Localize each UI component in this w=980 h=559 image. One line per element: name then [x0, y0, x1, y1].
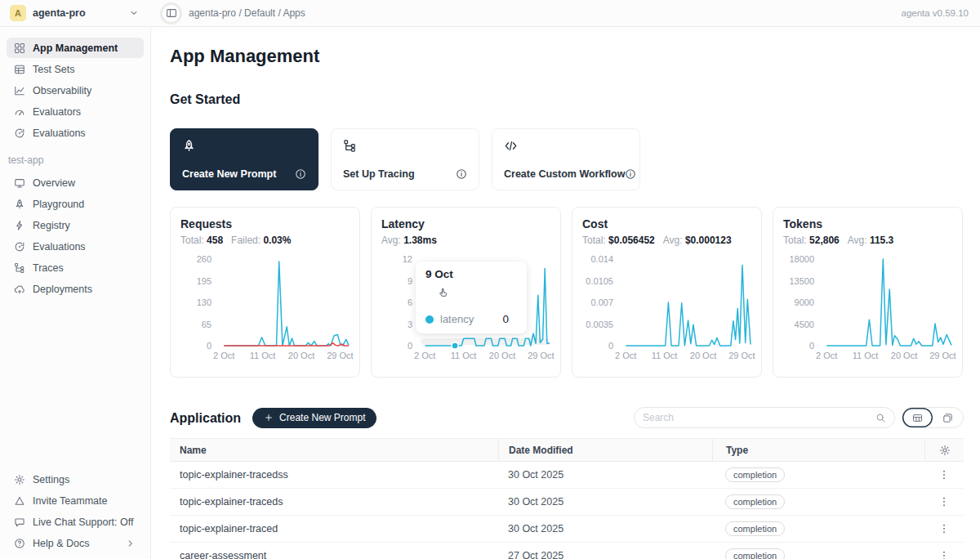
info-icon[interactable]	[456, 168, 467, 180]
get-started-cards: Create New PromptSet Up TracingCreate Cu…	[170, 128, 964, 190]
get-started-card-set-up-tracing[interactable]: Set Up Tracing	[331, 128, 479, 190]
app-type-badge: completion	[725, 548, 785, 559]
dots-vertical-icon	[938, 550, 950, 559]
chart-tooltip: 9 Octlatency0	[416, 262, 527, 333]
app-date-modified: 27 Oct 2025	[498, 550, 712, 559]
breadcrumb[interactable]: agenta-pro / Default / Apps	[189, 7, 305, 19]
app-type-badge: completion	[725, 521, 785, 536]
chart-card-tokens: TokensTotal: 52,806Avg: 115.318000135009…	[773, 207, 963, 378]
workspace-switcher[interactable]: A agenta-pro	[0, 0, 151, 26]
search-box	[634, 407, 895, 428]
tree-icon	[14, 262, 25, 274]
sidebar-item-label: App Management	[33, 42, 118, 54]
sidebar-item-label: Playground	[33, 199, 84, 210]
table-row[interactable]: topic-explainer-tracedss30 Oct 2025compl…	[170, 462, 964, 489]
sidebar-item-label: Deployments	[33, 284, 92, 295]
table-settings-button[interactable]	[924, 439, 964, 461]
info-icon[interactable]	[625, 168, 636, 180]
table-header: NameDate ModifiedType	[170, 438, 964, 462]
y-axis: 1800013500900045000	[783, 259, 822, 346]
x-axis: 2 Oct11 Oct20 Oct29 Oct	[220, 351, 349, 361]
chart-stats: Avg: 1.38ms	[381, 235, 550, 246]
search-input[interactable]	[643, 412, 875, 423]
line-chart	[621, 259, 751, 346]
cursor-icon	[437, 286, 451, 303]
tooltip-series-label: latency	[440, 313, 474, 325]
gauge-icon	[14, 106, 25, 118]
tooltip-date: 9 Oct	[425, 268, 517, 280]
app-type-badge: completion	[725, 494, 785, 509]
sidebar-toggle-button[interactable]	[160, 2, 182, 25]
stat-label: Total:	[582, 235, 606, 246]
sidebar-item-evaluations[interactable]: Evaluations	[7, 123, 144, 143]
sidebar-item-app-management[interactable]: App Management	[7, 38, 144, 58]
application-heading: Application	[170, 410, 241, 426]
sidebar-item-label: Evaluations	[33, 127, 86, 139]
stat-value: $0.056452	[608, 235, 655, 246]
sidebar-item-label: Test Sets	[33, 64, 74, 75]
card-view-icon	[942, 413, 953, 423]
x-tick-label: 29 Oct	[528, 351, 554, 360]
sidebar-item-evaluations[interactable]: Evaluations	[7, 236, 144, 257]
sidebar-item-evaluators[interactable]: Evaluators	[7, 101, 144, 122]
table-row[interactable]: topic-explainer-traced30 Oct 2025complet…	[170, 516, 964, 543]
column-header-date-modified[interactable]: Date Modified	[498, 439, 712, 461]
get-started-card-create-custom-workflow[interactable]: Create Custom Workflow	[492, 128, 640, 190]
y-axis: 129630	[381, 259, 421, 346]
table-view-button[interactable]	[902, 408, 933, 427]
info-icon[interactable]	[295, 168, 306, 180]
row-menu-button[interactable]	[924, 523, 964, 534]
chart-stats: Total: 52,806Avg: 115.3	[783, 235, 952, 246]
create-new-prompt-button[interactable]: Create New Prompt	[252, 408, 376, 428]
card-view-button[interactable]	[933, 408, 963, 427]
stat-value: 52,806	[809, 235, 840, 246]
row-menu-button[interactable]	[924, 469, 964, 481]
sidebar-item-settings[interactable]: Settings	[7, 469, 144, 490]
column-header-name[interactable]: Name	[170, 439, 498, 461]
sidebar-item-traces[interactable]: Traces	[7, 257, 144, 278]
chart-card-cost: CostTotal: $0.056452Avg: $0.0001230.0140…	[572, 207, 762, 378]
row-menu-button[interactable]	[924, 550, 964, 559]
sidebar-item-invite-teammate[interactable]: Invite Teammate	[7, 490, 144, 511]
main-content: App Management Get Started Create New Pr…	[152, 28, 980, 559]
x-tick-label: 20 Oct	[891, 351, 917, 360]
application-header: Application Create New Prompt	[170, 407, 964, 428]
x-tick-label: 2 Oct	[414, 351, 435, 360]
chart-stats: Total: 458Failed: 0.03%	[180, 235, 350, 246]
chart-title: Requests	[180, 217, 350, 230]
sidebar-item-label: Evaluations	[33, 241, 86, 253]
app-date-modified: 30 Oct 2025	[498, 496, 712, 508]
sidebar-item-test-sets[interactable]: Test Sets	[7, 59, 144, 79]
gear-icon	[939, 445, 951, 456]
x-tick-label: 29 Oct	[929, 351, 956, 360]
panel-icon	[166, 7, 177, 19]
view-toggle	[902, 407, 964, 428]
stat-label: Avg:	[381, 235, 401, 246]
sidebar-item-help-docs[interactable]: Help & Docs	[7, 533, 144, 553]
sidebar-item-playground[interactable]: Playground	[7, 194, 144, 214]
series-dot	[425, 315, 434, 324]
sidebar-item-label: Overview	[33, 177, 75, 189]
x-tick-label: 2 Oct	[615, 351, 636, 360]
stat-label: Total:	[783, 235, 807, 246]
get-started-card-create-new-prompt[interactable]: Create New Prompt	[170, 128, 318, 190]
stat-label: Total:	[180, 235, 204, 246]
rocket-icon	[14, 199, 25, 210]
column-header-type[interactable]: Type	[712, 439, 924, 461]
search-icon[interactable]	[875, 413, 886, 423]
table-row[interactable]: career-assessment27 Oct 2025completion	[170, 543, 964, 559]
question-icon	[14, 538, 25, 549]
row-menu-button[interactable]	[924, 496, 964, 508]
table-row[interactable]: topic-explainer-traceds30 Oct 2025comple…	[170, 489, 964, 516]
sidebar-main-group: App ManagementTest SetsObservabilityEval…	[7, 38, 144, 143]
sidebar-item-deployments[interactable]: Deployments	[7, 279, 144, 299]
sidebar-item-overview[interactable]: Overview	[7, 172, 144, 193]
x-tick-label: 20 Oct	[288, 351, 314, 360]
sidebar-item-observability[interactable]: Observability	[7, 80, 144, 101]
chart-title: Latency	[381, 217, 550, 230]
sidebar-item-live-chat-support-off[interactable]: Live Chat Support: Off	[7, 512, 144, 532]
rocket-icon	[182, 139, 196, 153]
x-tick-label: 2 Oct	[816, 351, 837, 360]
sidebar-item-registry[interactable]: Registry	[7, 215, 144, 235]
y-axis: 260195130650	[180, 259, 220, 346]
